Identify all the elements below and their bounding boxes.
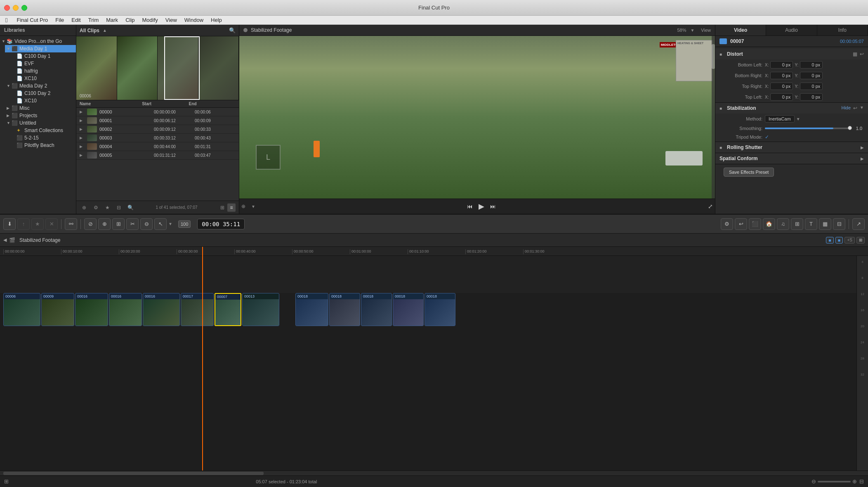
stab-reset-icon[interactable]: ↩ xyxy=(853,105,857,111)
sidebar-item-xc10-2[interactable]: 📄 XC10 xyxy=(10,97,76,104)
spatial-conform-header[interactable]: Spatial Conform ▶ xyxy=(715,153,868,164)
clip-row-4[interactable]: ▶ 00004 00:00:44:00 00:01:31 xyxy=(76,142,239,151)
timeline-clip-00016-1[interactable]: 00016 xyxy=(75,293,108,326)
bottom-left-y-value[interactable]: 0 px xyxy=(800,61,823,69)
audio-button[interactable]: ♫ xyxy=(777,218,789,230)
search-button[interactable]: 🔍 xyxy=(229,27,236,33)
bottom-left-x-value[interactable]: 0 px xyxy=(770,61,793,69)
maximize-button[interactable] xyxy=(21,5,27,11)
sidebar-item-5-2-15[interactable]: ⬛ 5-2-15 xyxy=(10,134,76,142)
match-color-button[interactable]: ⚯ xyxy=(65,218,77,230)
play-button[interactable]: ▶ xyxy=(478,201,485,212)
list-view-button[interactable]: ≡ xyxy=(227,203,236,212)
timeline-clip-00013[interactable]: 00013 xyxy=(242,293,279,326)
menu-mark[interactable]: Mark xyxy=(103,16,121,24)
select-button[interactable]: ↖ xyxy=(154,218,167,230)
timecode-display[interactable]: 00:00 35:11 xyxy=(197,219,245,229)
skip-back-button[interactable]: ⏮ xyxy=(466,202,474,210)
sidebar-item-evf[interactable]: 📄 EVF xyxy=(10,60,76,67)
fullscreen-button[interactable]: ⤢ xyxy=(708,203,713,210)
timeline-clip-00009[interactable]: 00009 xyxy=(41,293,74,326)
select-dropdown[interactable]: ▼ xyxy=(168,222,177,226)
clip-row-1[interactable]: ▶ 00001 00:00:06:12 00:00:09 xyxy=(76,116,239,125)
blade-button[interactable]: ✂ xyxy=(126,218,139,230)
clip-play-icon[interactable]: ▶ xyxy=(80,153,85,157)
preview-scrollbar[interactable] xyxy=(712,36,715,199)
scrollbar-thumb[interactable] xyxy=(3,472,264,475)
stabilization-hide-btn[interactable]: Hide xyxy=(841,105,851,111)
clip-options-icon[interactable]: ▼ xyxy=(251,204,255,209)
sidebar-item-library-video-pro[interactable]: ▼ 📚 Video Pro...on the Go xyxy=(0,38,76,45)
method-select[interactable]: InertiaCam xyxy=(765,115,795,123)
rolling-shutter-header[interactable]: ■ Rolling Shutter ▶ xyxy=(715,142,868,153)
clip-row-2[interactable]: ▶ 00002 00:00:09:12 00:00:33 xyxy=(76,125,239,134)
timeline-clip-00018-3[interactable]: 00018 xyxy=(361,293,392,326)
method-dropdown-icon[interactable]: ▼ xyxy=(796,117,800,121)
menu-edit[interactable]: Edit xyxy=(68,16,84,24)
sort-button[interactable]: ▲ xyxy=(103,28,107,33)
connect-button[interactable]: 🏠 xyxy=(763,218,775,230)
range-button[interactable]: ⊞ xyxy=(112,218,125,230)
titles-button[interactable]: T xyxy=(805,218,817,230)
timeline-clip-00017[interactable]: 00017 xyxy=(181,293,214,326)
timeline-clip-00018-2[interactable]: 00018 xyxy=(329,293,360,326)
timeline-history-button[interactable]: ↩ xyxy=(735,218,747,230)
add-clip-icon[interactable]: ⊕ xyxy=(241,203,245,209)
smoothing-slider[interactable] xyxy=(765,128,850,129)
timeline-scrollbar[interactable] xyxy=(0,470,868,475)
clip-row-0[interactable]: ▶ 00000 00:00:00:00 00:00:06 xyxy=(76,108,239,116)
append-button[interactable]: ⊞ xyxy=(856,237,865,244)
clip-row-5[interactable]: ▶ 00005 00:01:31:12 00:03:47 xyxy=(76,151,239,160)
filter-button[interactable]: ⊟ xyxy=(114,203,123,212)
sidebar-item-c100-day1[interactable]: 📄 C100 Day 1 xyxy=(10,52,76,60)
favorites-button[interactable]: ★ xyxy=(103,203,112,212)
menu-fcp[interactable]: Final Cut Pro xyxy=(13,16,51,24)
close-button[interactable] xyxy=(4,5,10,11)
top-right-y-value[interactable]: 0 px xyxy=(800,83,823,90)
skip-forward-button[interactable]: ⏭ xyxy=(489,202,497,210)
clip-select-button[interactable]: ⬛ xyxy=(749,218,761,230)
stab-collapse-icon[interactable]: ▼ xyxy=(860,105,864,111)
timeline-clip-00016-2[interactable]: 00016 xyxy=(109,293,142,326)
bottom-right-x-value[interactable]: 0 px xyxy=(770,72,793,79)
timeline-clip-00018-1[interactable]: 00018 xyxy=(295,293,328,326)
menu-help[interactable]: Help xyxy=(208,16,225,24)
sidebar-item-pilotfly-beach[interactable]: ⬛ Pilotfly Beach xyxy=(10,142,76,149)
sidebar-item-c100-day2[interactable]: 📄 C100 Day 2 xyxy=(10,90,76,97)
sidebar-item-media-day-1[interactable]: ▼ ⬛ Media Day 1 xyxy=(5,45,76,52)
timeline-clip-00007[interactable]: 00007 xyxy=(215,293,241,326)
effects-button[interactable]: ⊟ xyxy=(833,218,845,230)
timeline-clip-00018-4[interactable]: 00018 xyxy=(393,293,424,326)
zoom-in-timeline[interactable]: ■ xyxy=(826,237,834,244)
preview-zoom[interactable]: 58% xyxy=(677,28,686,33)
zoom-slider[interactable] xyxy=(818,481,851,482)
spatial-conform-expand-icon[interactable]: ▶ xyxy=(861,156,864,161)
slider-thumb[interactable] xyxy=(848,126,852,130)
apple-menu[interactable]:  xyxy=(2,16,11,24)
trim-button[interactable]: ⊘ xyxy=(84,218,97,230)
zoom-in-button[interactable]: ⊕ xyxy=(852,478,857,485)
menu-window[interactable]: Window xyxy=(181,16,207,24)
clip-appearance-button-bottom[interactable]: ⊟ xyxy=(859,478,864,485)
menu-modify[interactable]: Modify xyxy=(139,16,161,24)
save-effects-preset-button[interactable]: Save Effects Preset xyxy=(724,168,774,177)
settings-button[interactable]: ⚙ xyxy=(91,203,100,212)
sidebar-item-smart-collections[interactable]: ✦ Smart Collections xyxy=(10,127,76,134)
zoom-selection[interactable]: ■ xyxy=(835,237,843,244)
tab-audio[interactable]: Audio xyxy=(766,25,817,35)
top-left-x-value[interactable]: 0 px xyxy=(770,93,793,101)
transitions-button[interactable]: ⊞ xyxy=(791,218,803,230)
top-left-y-value[interactable]: 0 px xyxy=(800,93,823,101)
sidebar-item-halfrig[interactable]: 📄 halfrig xyxy=(10,67,76,75)
clip-play-icon[interactable]: ▶ xyxy=(80,127,85,131)
generators-button[interactable]: ▦ xyxy=(819,218,831,230)
view-options-button[interactable]: ⊞ xyxy=(4,478,9,485)
minimize-button[interactable] xyxy=(13,5,19,11)
clip-play-icon[interactable]: ▶ xyxy=(80,110,85,114)
rolling-shutter-expand-icon[interactable]: ▶ xyxy=(861,145,864,150)
back-nav-button[interactable]: ◀ xyxy=(3,237,7,243)
distort-gradient-icon[interactable]: ▦ xyxy=(853,51,857,57)
clip-play-icon[interactable]: ▶ xyxy=(80,136,85,140)
menu-file[interactable]: File xyxy=(52,16,67,24)
tab-info[interactable]: Info xyxy=(817,25,868,35)
